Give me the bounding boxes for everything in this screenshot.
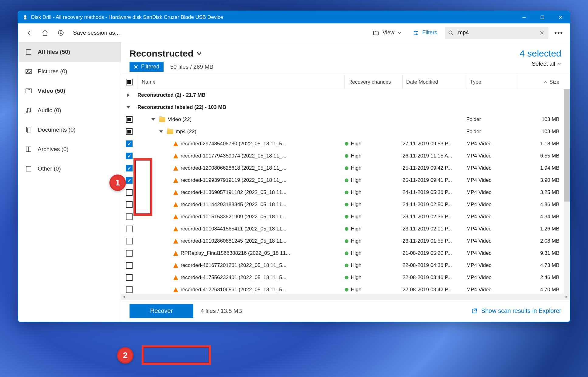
row-type: MP4 Video	[466, 287, 518, 293]
row-checkbox[interactable]	[126, 165, 133, 171]
filtered-badge[interactable]: Filtered	[130, 62, 164, 72]
recovery-value: High	[351, 250, 361, 256]
sidebar-item-other[interactable]: Other (0)	[18, 159, 121, 178]
footer: Recover 4 files / 13.5 MB Show scan resu…	[121, 300, 570, 322]
select-all-label: Select all	[532, 61, 555, 67]
file-name: recorded-1199397919119 (2022_05_18 11_..…	[181, 177, 286, 183]
back-button[interactable]	[24, 27, 35, 38]
save-session-button[interactable]: Save session as...	[71, 29, 122, 36]
minimize-button[interactable]	[515, 11, 533, 23]
row-checkbox[interactable]	[126, 286, 133, 293]
row-checkbox[interactable]	[126, 128, 133, 135]
row-checkbox[interactable]	[126, 226, 133, 232]
file-row[interactable]: recorded-10108441565411 (2022_05_18 11..…	[121, 223, 570, 235]
close-icon	[134, 65, 138, 69]
row-date: 25-11-2019 09:42 P...	[403, 165, 466, 171]
app-icon	[22, 15, 28, 20]
view-dropdown[interactable]: View	[370, 28, 405, 38]
status-dot-icon	[345, 251, 348, 255]
file-row[interactable]: recorded-10151533821909 (2022_05_18 11..…	[121, 211, 570, 223]
group-row[interactable]: Reconstructed labeled (22) - 103 MB	[121, 101, 570, 113]
download-icon[interactable]	[55, 27, 66, 38]
status-dot-icon	[345, 288, 348, 292]
folder-row[interactable]: Video (22) Folder 103 MB	[121, 113, 570, 126]
filters-button[interactable]: Filters	[410, 28, 440, 38]
file-row[interactable]: recorded-461677201261 (2022_05_18 11_5..…	[121, 259, 570, 272]
header-checkbox[interactable]	[126, 79, 133, 85]
file-row[interactable]: RPReplay_Final1566388216 (2022_05_18 11.…	[121, 247, 570, 259]
file-row[interactable]: recorded-417556232401 (2022_05_18 11_5..…	[121, 272, 570, 284]
sidebar-item-audio[interactable]: Audio (0)	[18, 101, 121, 120]
row-type: MP4 Video	[466, 165, 518, 171]
row-checkbox[interactable]	[126, 201, 133, 208]
file-row[interactable]: recorded-297485408780 (2022_05_18 11_5..…	[121, 138, 570, 150]
row-size: 103 MB	[518, 116, 564, 123]
file-row[interactable]: recorded-1917794359074 (2022_05_18 11_..…	[121, 150, 570, 162]
group-row[interactable]: Reconstructed (2) - 21.7 MB	[121, 89, 570, 101]
row-checkbox[interactable]	[126, 116, 133, 123]
folder-row[interactable]: mp4 (22) Folder 103 MB	[121, 126, 570, 138]
audio-icon	[25, 107, 32, 114]
collapse-icon	[126, 106, 130, 109]
row-type: MP4 Video	[466, 189, 518, 195]
status-dot-icon	[345, 178, 348, 182]
recovery-value: High	[351, 189, 361, 195]
status-dot-icon	[345, 227, 348, 231]
row-date: 22-08-2019 04:36 P...	[403, 262, 466, 268]
select-all-button[interactable]: Select all	[520, 61, 561, 67]
recovery-value: High	[351, 141, 361, 147]
file-row[interactable]: recorded-11369057191182 (2022_05_18 11..…	[121, 186, 570, 199]
column-type[interactable]: Type	[466, 75, 518, 89]
row-checkbox[interactable]	[126, 238, 133, 244]
chevron-down-icon	[557, 62, 561, 66]
svg-point-26	[29, 111, 30, 112]
table-body[interactable]: Reconstructed (2) - 21.7 MB Reconstructe…	[121, 89, 570, 294]
sidebar-item-all-files[interactable]: All files (50)	[18, 42, 121, 62]
sidebar-item-documents[interactable]: Documents (0)	[18, 120, 121, 140]
callout-badge-1: 1	[109, 175, 126, 191]
vlc-icon	[173, 227, 178, 231]
maximize-button[interactable]	[533, 11, 552, 23]
row-type: MP4 Video	[466, 153, 518, 159]
svg-point-0	[24, 15, 26, 18]
row-checkbox[interactable]	[126, 177, 133, 184]
column-date[interactable]: Date Modified	[403, 75, 466, 89]
column-size[interactable]: Size	[518, 75, 564, 89]
clear-search-button[interactable]	[538, 29, 545, 36]
home-button[interactable]	[40, 27, 50, 38]
horizontal-scrollbar[interactable]: ◄►	[121, 294, 570, 300]
file-row[interactable]: recorded-412263106561 (2022_05_18 11_5..…	[121, 284, 570, 294]
recovery-value: High	[351, 153, 361, 159]
row-checkbox[interactable]	[126, 213, 133, 220]
close-button[interactable]	[552, 11, 570, 23]
row-checkbox[interactable]	[126, 153, 133, 159]
vertical-scrollbar[interactable]	[564, 89, 570, 294]
row-checkbox[interactable]	[126, 189, 133, 196]
row-checkbox[interactable]	[126, 140, 133, 147]
row-checkbox[interactable]	[126, 274, 133, 281]
file-row[interactable]: recorded-1199397919119 (2022_05_18 11_..…	[121, 174, 570, 186]
status-dot-icon	[345, 239, 348, 243]
column-name[interactable]: Name	[137, 75, 345, 89]
search-box[interactable]	[445, 27, 548, 39]
file-row[interactable]: recorded-10102860881245 (2022_05_18 11..…	[121, 235, 570, 247]
sidebar-item-video[interactable]: Video (50)	[18, 81, 121, 101]
row-type: MP4 Video	[466, 202, 518, 208]
sidebar-item-pictures[interactable]: Pictures (0)	[18, 62, 121, 81]
status-dot-icon	[345, 154, 348, 158]
recovery-value: High	[351, 238, 361, 244]
row-checkbox[interactable]	[126, 262, 133, 269]
file-row[interactable]: recorded-11144293188345 (2022_05_18 11..…	[121, 199, 570, 211]
row-checkbox[interactable]	[126, 250, 133, 257]
more-button[interactable]: •••	[553, 29, 564, 37]
row-type: MP4 Video	[466, 250, 518, 256]
main-title-dropdown[interactable]: Reconstructed	[130, 48, 213, 59]
archives-icon	[25, 146, 32, 153]
file-row[interactable]: recorded-1200806628618 (2022_05_18 11_..…	[121, 162, 570, 174]
search-input[interactable]	[457, 29, 535, 36]
table-header: Name Recovery chances Date Modified Type…	[121, 75, 570, 89]
show-in-explorer-link[interactable]: Show scan results in Explorer	[471, 307, 561, 314]
column-recovery[interactable]: Recovery chances	[345, 75, 403, 89]
recover-button[interactable]: Recover	[130, 304, 193, 318]
sidebar-item-archives[interactable]: Archives (0)	[18, 140, 121, 159]
